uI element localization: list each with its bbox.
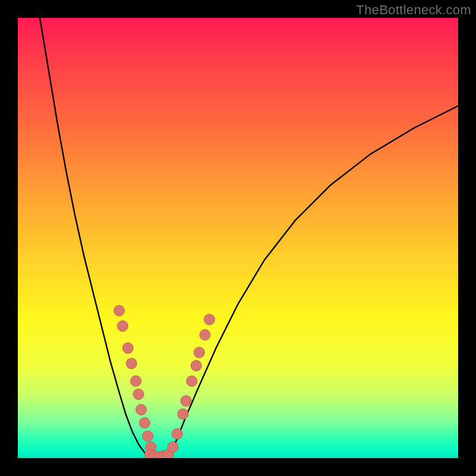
chart-frame: TheBottleneck.com bbox=[0, 0, 476, 476]
data-marker bbox=[126, 358, 137, 369]
data-marker bbox=[172, 428, 183, 439]
data-marker bbox=[191, 361, 202, 371]
data-marker bbox=[133, 389, 144, 400]
marker-group bbox=[114, 305, 215, 458]
data-marker bbox=[178, 409, 189, 419]
data-marker bbox=[200, 330, 211, 340]
data-marker bbox=[130, 376, 141, 387]
plot-area bbox=[18, 18, 458, 458]
watermark-text: TheBottleneck.com bbox=[356, 2, 471, 18]
data-marker bbox=[167, 442, 178, 453]
data-marker bbox=[181, 396, 192, 406]
data-marker bbox=[194, 347, 205, 358]
data-marker bbox=[142, 431, 153, 441]
data-marker bbox=[117, 321, 128, 331]
data-marker bbox=[204, 314, 215, 325]
data-marker bbox=[114, 305, 124, 316]
curve-group bbox=[40, 18, 458, 458]
data-marker bbox=[123, 343, 133, 353]
data-marker bbox=[186, 376, 197, 387]
bottleneck-curve bbox=[40, 18, 458, 458]
data-marker bbox=[136, 405, 146, 415]
chart-svg bbox=[18, 18, 458, 458]
data-marker bbox=[139, 418, 150, 428]
